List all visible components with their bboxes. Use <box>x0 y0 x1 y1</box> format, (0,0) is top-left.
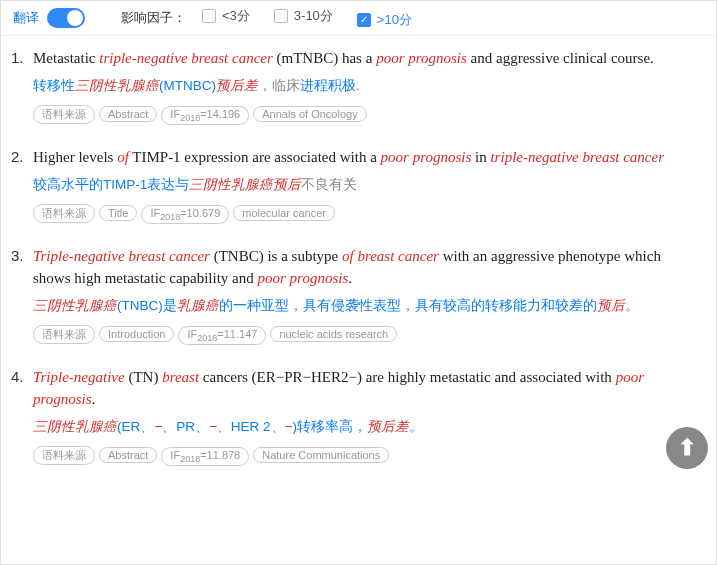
result-item: 2.Higher levels of TIMP-1 expression are… <box>11 147 698 224</box>
tag-section[interactable]: Abstract <box>99 106 157 122</box>
cn-part: (ER、 <box>117 419 154 434</box>
tag-journal[interactable]: molecular cancer <box>233 205 335 221</box>
tag-section[interactable]: Abstract <box>99 447 157 463</box>
result-item: 3.Triple-negative breast cancer (TNBC) i… <box>11 246 698 345</box>
result-number: 3. <box>11 246 33 345</box>
tag-if[interactable]: IF2018=11.147 <box>178 326 266 345</box>
arrow-up-icon: ⬆ <box>678 437 696 459</box>
checkbox-icon: ✓ <box>357 13 371 27</box>
results-list: 1.Metastatic triple-negative breast canc… <box>1 36 716 561</box>
cn-part: 较高水平的TIMP-1表达与 <box>33 177 189 192</box>
result-item: 4.Triple-negative (TN) breast cancers (E… <box>11 367 698 466</box>
result-body: Triple-negative breast cancer (TNBC) is … <box>33 246 698 345</box>
translate-label: 翻译 <box>13 9 39 27</box>
cn-part: 。 <box>409 419 423 434</box>
tag-source[interactable]: 语料来源 <box>33 325 95 344</box>
text: . <box>348 270 352 286</box>
result-body: Higher levels of TIMP-1 expression are a… <box>33 147 698 224</box>
emphasis: Triple-negative <box>33 369 125 385</box>
checkbox-icon <box>202 9 216 23</box>
cn-part: −、 <box>209 419 231 434</box>
result-number: 4. <box>11 367 33 466</box>
cn-part: (TNBC)是 <box>117 298 177 313</box>
tag-if[interactable]: IF2018=10.679 <box>141 205 229 224</box>
text: cancers (ER−PR−HER2−) are highly metasta… <box>199 369 616 385</box>
checkbox-icon <box>274 9 288 23</box>
english-text: Metastatic triple-negative breast cancer… <box>33 48 698 70</box>
cn-part: 预后差 <box>216 78 258 93</box>
tag-row: 语料来源TitleIF2018=10.679molecular cancer <box>33 203 698 224</box>
chinese-text: 转移性三阴性乳腺癌(MTNBC)预后差，临床进程积极. <box>33 76 698 96</box>
text: (mTNBC) has a <box>273 50 376 66</box>
filter-option-1[interactable]: 3-10分 <box>274 7 333 25</box>
text: Metastatic <box>33 50 99 66</box>
text: (TNBC) is a subtype <box>210 248 342 264</box>
text: TIMP-1 expression are associated with a <box>129 149 381 165</box>
impact-factor-label: 影响因子： <box>121 9 186 27</box>
result-item: 1.Metastatic triple-negative breast canc… <box>11 48 698 125</box>
cn-part: 转移性 <box>33 78 75 93</box>
text: in <box>471 149 490 165</box>
filter-option-label: >10分 <box>377 11 412 29</box>
chinese-text: 三阴性乳腺癌(TNBC)是乳腺癌的一种亚型，具有侵袭性表型，具有较高的转移能力和… <box>33 296 698 316</box>
tag-journal[interactable]: nucleic acids research <box>270 326 397 342</box>
cn-part: 三阴性乳腺癌 <box>75 78 159 93</box>
tag-source[interactable]: 语料来源 <box>33 105 95 124</box>
emphasis: triple-negative breast cancer <box>490 149 664 165</box>
result-body: Metastatic triple-negative breast cancer… <box>33 48 698 125</box>
cn-part: PR、 <box>176 419 209 434</box>
filter-options: <3分3-10分✓>10分 <box>202 7 436 29</box>
chinese-text: 较高水平的TIMP-1表达与三阴性乳腺癌预后不良有关 <box>33 175 698 195</box>
filter-option-2[interactable]: ✓>10分 <box>357 11 412 29</box>
tag-row: 语料来源IntroductionIF2018=11.147nucleic aci… <box>33 324 698 345</box>
tag-source[interactable]: 语料来源 <box>33 446 95 465</box>
cn-part: 进程积极 <box>300 78 356 93</box>
tag-row: 语料来源AbstractIF2018=14.196Annals of Oncol… <box>33 104 698 125</box>
tag-source[interactable]: 语料来源 <box>33 204 95 223</box>
cn-part: ，临床 <box>258 78 300 93</box>
emphasis: breast <box>162 369 199 385</box>
result-number: 1. <box>11 48 33 125</box>
tag-journal[interactable]: Annals of Oncology <box>253 106 366 122</box>
cn-part: 的一种亚型，具有侵袭性表型，具有较高的转移能力和较差的 <box>219 298 597 313</box>
cn-part: 乳腺癌 <box>177 298 219 313</box>
translate-toggle[interactable] <box>47 8 85 28</box>
result-number: 2. <box>11 147 33 224</box>
english-text: Triple-negative (TN) breast cancers (ER−… <box>33 367 698 411</box>
tag-if[interactable]: IF2018=11.878 <box>161 447 249 466</box>
tag-section[interactable]: Introduction <box>99 326 174 342</box>
cn-part: )转移率高， <box>292 419 367 434</box>
emphasis: poor prognosis <box>258 270 349 286</box>
scroll-top-button[interactable]: ⬆ <box>666 427 708 469</box>
cn-part: HER 2、 <box>231 419 285 434</box>
result-body: Triple-negative (TN) breast cancers (ER−… <box>33 367 698 466</box>
cn-part: 三阴性乳腺癌预后 <box>189 177 301 192</box>
text: . <box>92 391 96 407</box>
filter-option-label: <3分 <box>222 7 250 25</box>
text: Higher levels <box>33 149 117 165</box>
topbar: 翻译 影响因子： <3分3-10分✓>10分 <box>1 1 716 36</box>
cn-part: 不良有关 <box>301 177 357 192</box>
cn-part: 。 <box>625 298 639 313</box>
tag-section[interactable]: Title <box>99 205 137 221</box>
cn-part: −、 <box>154 419 176 434</box>
emphasis: of breast cancer <box>342 248 439 264</box>
tag-journal[interactable]: Nature Communications <box>253 447 389 463</box>
cn-part: . <box>356 78 360 93</box>
text: and aggressive clinical course. <box>467 50 654 66</box>
emphasis: of <box>117 149 129 165</box>
chinese-text: 三阴性乳腺癌(ER、−、PR、−、HER 2、−)转移率高，预后差。 <box>33 417 698 437</box>
emphasis: Triple-negative breast cancer <box>33 248 210 264</box>
cn-part: 三阴性乳腺癌 <box>33 419 117 434</box>
tag-row: 语料来源AbstractIF2018=11.878Nature Communic… <box>33 445 698 466</box>
filter-option-label: 3-10分 <box>294 7 333 25</box>
emphasis: poor prognosis <box>376 50 467 66</box>
emphasis: triple-negative breast cancer <box>99 50 273 66</box>
tag-if[interactable]: IF2018=14.196 <box>161 106 249 125</box>
english-text: Triple-negative breast cancer (TNBC) is … <box>33 246 698 290</box>
cn-part: 预后 <box>597 298 625 313</box>
emphasis: poor prognosis <box>381 149 472 165</box>
text: (TN) <box>125 369 163 385</box>
filter-option-0[interactable]: <3分 <box>202 7 250 25</box>
cn-part: 三阴性乳腺癌 <box>33 298 117 313</box>
